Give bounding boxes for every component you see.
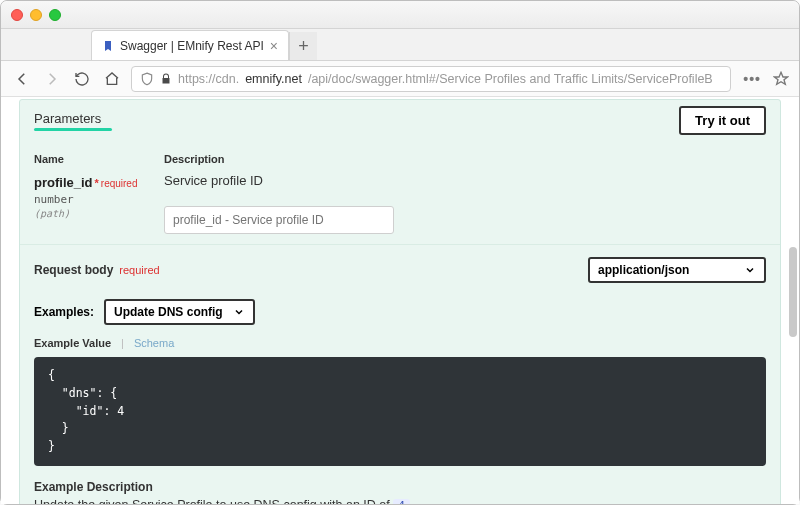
- param-type: number: [34, 193, 164, 206]
- param-in: (path): [34, 208, 164, 219]
- home-button[interactable]: [101, 68, 123, 90]
- param-name: profile_id: [34, 175, 93, 190]
- param-row-profile-id: profile_id*required number (path) Servic…: [20, 169, 780, 244]
- browser-toolbar: https://cdn.emnify.net/api/doc/swagger.h…: [1, 61, 799, 97]
- parameters-underline: [34, 128, 112, 131]
- examples-select[interactable]: Update DNS config: [104, 299, 255, 325]
- window-titlebar: [1, 1, 799, 29]
- examples-row: Examples: Update DNS config: [20, 293, 780, 331]
- try-it-out-button[interactable]: Try it out: [679, 106, 766, 135]
- request-body-row: Request body required application/json: [20, 244, 780, 293]
- param-columns-header: Name Description: [20, 139, 780, 169]
- chevron-down-icon: [744, 264, 756, 276]
- zoom-window-button[interactable]: [49, 9, 61, 21]
- parameters-title: Parameters: [34, 111, 112, 126]
- content-type-value: application/json: [598, 263, 689, 277]
- bookmark-star-icon[interactable]: [773, 71, 789, 87]
- close-window-button[interactable]: [11, 9, 23, 21]
- shield-icon: [140, 72, 154, 86]
- required-label: required: [101, 178, 138, 189]
- lock-icon: [160, 73, 172, 85]
- param-input-profile-id[interactable]: [164, 206, 394, 234]
- scrollbar-thumb[interactable]: [789, 247, 797, 337]
- tab-schema[interactable]: Schema: [134, 337, 174, 349]
- page-actions-menu[interactable]: •••: [739, 71, 765, 87]
- browser-tab-active[interactable]: Swagger | EMnify Rest API ×: [91, 30, 289, 60]
- example-description: Update the given Service Profile to use …: [20, 498, 780, 504]
- url-scheme: https://cdn.: [178, 72, 239, 86]
- required-star: *: [95, 177, 99, 189]
- examples-label: Examples:: [34, 305, 94, 319]
- new-tab-button[interactable]: +: [289, 32, 317, 60]
- browser-window: Swagger | EMnify Rest API × + https://cd…: [0, 0, 800, 505]
- examples-selected: Update DNS config: [114, 305, 223, 319]
- page-content: Parameters Try it out Name Description p…: [1, 97, 799, 504]
- bookmark-icon: [102, 40, 114, 52]
- traffic-lights: [11, 9, 61, 21]
- example-description-heading: Example Description: [20, 478, 780, 498]
- close-tab-icon[interactable]: ×: [270, 38, 278, 54]
- parameters-header: Parameters Try it out: [20, 100, 780, 139]
- col-name-header: Name: [34, 153, 164, 165]
- operation-panel: Parameters Try it out Name Description p…: [19, 99, 781, 504]
- request-body-required: required: [119, 264, 159, 276]
- param-desc-cell: Service profile ID: [164, 173, 766, 234]
- chevron-down-icon: [233, 306, 245, 318]
- example-tabs: Example Value | Schema: [20, 331, 780, 349]
- tab-example-value[interactable]: Example Value: [34, 337, 111, 349]
- url-host: emnify.net: [245, 72, 302, 86]
- param-description: Service profile ID: [164, 173, 766, 188]
- tab-title: Swagger | EMnify Rest API: [120, 39, 264, 53]
- example-description-text: Update the given Service Profile to use …: [34, 498, 393, 504]
- request-body-label: Request body: [34, 263, 113, 277]
- forward-button[interactable]: [41, 68, 63, 90]
- param-name-cell: profile_id*required number (path): [34, 173, 164, 234]
- minimize-window-button[interactable]: [30, 9, 42, 21]
- example-code-block[interactable]: { "dns": { "id": 4 } }: [34, 357, 766, 466]
- browser-tabstrip: Swagger | EMnify Rest API × +: [1, 29, 799, 61]
- back-button[interactable]: [11, 68, 33, 90]
- reload-button[interactable]: [71, 68, 93, 90]
- url-bar[interactable]: https://cdn.emnify.net/api/doc/swagger.h…: [131, 66, 731, 92]
- example-id-pill: 4: [393, 499, 410, 504]
- tab-separator: |: [121, 337, 124, 349]
- content-type-select[interactable]: application/json: [588, 257, 766, 283]
- page-viewport: Parameters Try it out Name Description p…: [1, 97, 799, 504]
- col-desc-header: Description: [164, 153, 766, 165]
- url-path: /api/doc/swagger.html#/Service Profiles …: [308, 72, 713, 86]
